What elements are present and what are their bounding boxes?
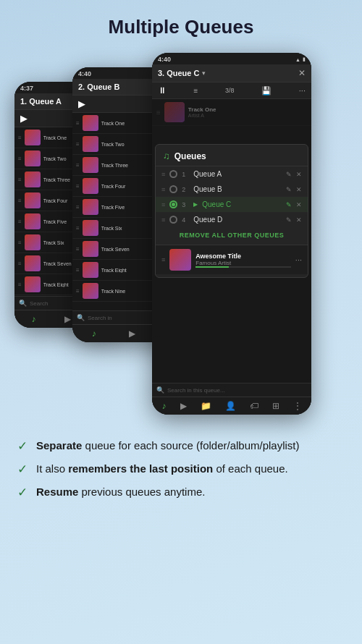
person-nav-icon[interactable]: 👤	[225, 401, 236, 411]
drag-icon: ≡	[161, 216, 165, 224]
track-thumb	[25, 192, 41, 208]
phone3-bottom-nav: ♪ ▶ 📁 👤 🏷 ⊞ ⋮	[152, 397, 311, 415]
search-icon: 🔍	[19, 300, 27, 307]
drag-icon: ≡	[76, 204, 80, 211]
queues-overlay: ♫ Queues ≡ 1 Queue A ✎ ✕ ≡	[155, 144, 308, 278]
phone1-play-btn[interactable]: ▶	[20, 113, 28, 124]
delete-icon[interactable]: ✕	[296, 201, 302, 208]
phone2-time: 4:40	[78, 70, 91, 77]
phone3-pause-btn[interactable]: ⏸	[158, 85, 167, 96]
queue-nav-icon[interactable]: ♪	[162, 401, 167, 411]
phone3-queue-name: 3. Queue C	[158, 69, 199, 77]
more-options-icon[interactable]: ···	[299, 86, 306, 95]
now-playing-artist: Famous Artist	[195, 260, 291, 266]
track-thumb	[25, 130, 41, 145]
folder-nav-icon[interactable]: 📁	[201, 401, 211, 411]
play-nav-icon[interactable]: ▶	[64, 314, 71, 324]
drag-icon: ≡	[76, 288, 80, 295]
delete-icon[interactable]: ✕	[296, 171, 302, 178]
drag-icon: ≡	[76, 162, 80, 169]
queue-nav-icon[interactable]: ♪	[92, 329, 96, 339]
drag-icon: ≡	[18, 260, 22, 267]
grid-nav-icon[interactable]: ⊞	[272, 401, 279, 411]
drag-icon-np: ≡	[161, 256, 165, 263]
check-icon: ✓	[17, 438, 28, 454]
close-button[interactable]: ✕	[298, 68, 306, 78]
phone3-queue-header[interactable]: 3. Queue C ▾ ✕	[152, 64, 311, 82]
now-playing-title: Awesome Title	[195, 253, 291, 260]
queue-list-item[interactable]: ≡ 3 ▶ Queue C ✎ ✕	[156, 197, 308, 212]
feature-item-3: ✓ Resume previous queues anytime.	[17, 484, 345, 500]
edit-icon[interactable]: ✎	[286, 216, 292, 224]
track-row: ≡ Track OneArtist A	[152, 99, 311, 126]
queue-list-item[interactable]: ≡ 4 Queue D ✎ ✕	[156, 212, 308, 227]
phone3-status-icons: ▲ ▮	[295, 56, 306, 62]
queue-num: 2	[182, 186, 189, 193]
search-icon: 🔍	[156, 386, 164, 394]
queue-list-item[interactable]: ≡ 1 Queue A ✎ ✕	[156, 166, 308, 182]
more-options-icon[interactable]: ···	[295, 255, 302, 264]
track-thumb	[25, 151, 41, 166]
remove-all-button[interactable]: REMOVE ALL OTHER QUEUES	[156, 227, 308, 243]
edit-icon[interactable]: ✎	[286, 201, 292, 208]
feature-text-3: Resume previous queues anytime.	[36, 484, 205, 499]
search-text: Search in	[88, 315, 112, 321]
phone3-search-bar[interactable]: 🔍 Search in this queue...	[152, 383, 311, 397]
track-thumb	[83, 220, 98, 236]
delete-icon[interactable]: ✕	[296, 186, 302, 193]
queue-list-item[interactable]: ≡ 2 Queue B ✎ ✕	[156, 182, 308, 197]
phone1-time: 4:37	[20, 85, 33, 92]
drag-icon: ≡	[161, 171, 165, 178]
queue-item-name: Queue A	[193, 170, 282, 178]
drag-icon: ≡	[76, 225, 80, 232]
track-thumb	[83, 136, 98, 152]
track-thumb	[164, 102, 185, 122]
drag-icon: ≡	[18, 219, 22, 225]
phone3-time: 4:40	[158, 56, 171, 63]
play-nav-icon[interactable]: ▶	[180, 401, 187, 411]
track-thumb	[83, 262, 98, 278]
phone3-playback-bar: ⏸ ≡ 3/8 💾 ···	[152, 82, 311, 99]
phone3-status-bar: 4:40 ▲ ▮	[152, 53, 311, 64]
search-text: Search	[30, 300, 48, 307]
play-nav-icon[interactable]: ▶	[129, 329, 135, 339]
phone2-queue-name: 2. Queue B	[78, 82, 119, 91]
track-count: 3/8	[225, 87, 235, 94]
track-thumb	[25, 276, 41, 292]
track-thumb	[25, 171, 41, 187]
drag-icon: ≡	[18, 156, 22, 162]
page-title: Multiple Queues	[0, 0, 362, 46]
track-thumb	[83, 178, 98, 194]
tag-nav-icon[interactable]: 🏷	[250, 401, 258, 411]
feature-text-1: Separate queue for each source (folder/a…	[36, 438, 300, 453]
track-thumb	[83, 115, 98, 131]
search-icon: 🔍	[77, 314, 85, 321]
more-nav-icon[interactable]: ⋮	[293, 401, 302, 411]
drag-icon: ≡	[76, 267, 80, 274]
drag-icon: ≡	[161, 201, 165, 208]
queue-nav-icon[interactable]: ♪	[32, 314, 36, 324]
queue-radio-3[interactable]	[169, 200, 177, 208]
phone2-play-btn[interactable]: ▶	[78, 98, 85, 109]
feature-text-2: It also remembers the last position of e…	[36, 461, 288, 476]
queue-radio-1[interactable]	[169, 170, 177, 178]
now-playing-thumb	[169, 249, 191, 271]
feature-item-2: ✓ It also remembers the last position of…	[17, 461, 345, 477]
sort-icon[interactable]: ≡	[194, 87, 198, 95]
queues-overlay-title: Queues	[174, 151, 206, 161]
drag-icon: ≡	[76, 183, 80, 190]
edit-icon[interactable]: ✎	[286, 171, 292, 178]
edit-icon[interactable]: ✎	[286, 186, 292, 193]
drag-icon: ≡	[18, 281, 22, 288]
queue-num: 3	[182, 201, 189, 208]
now-playing-strip: ≡ Awesome Title Famous Artist ···	[156, 245, 308, 274]
check-icon: ✓	[17, 462, 28, 477]
track-thumb	[25, 255, 41, 271]
queue-radio-2[interactable]	[169, 185, 177, 193]
phone3-track-list: ≡ Track OneArtist A ♫ Queues ≡ 1	[152, 99, 311, 383]
save-icon[interactable]: 💾	[261, 86, 272, 96]
queue-radio-4[interactable]	[169, 216, 177, 224]
features-list: ✓ Separate queue for each source (folder…	[0, 429, 362, 519]
delete-icon[interactable]: ✕	[296, 216, 302, 224]
drag-icon: ≡	[18, 177, 22, 183]
